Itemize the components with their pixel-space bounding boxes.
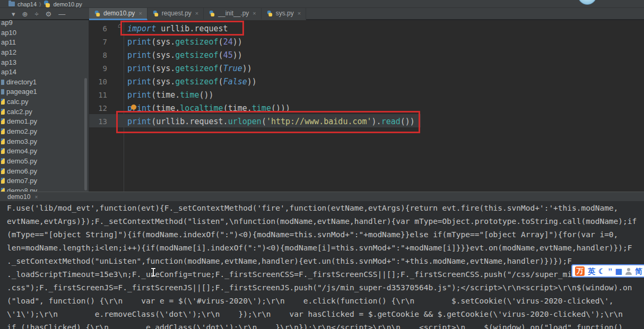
code-token: getsizeof (175, 64, 218, 73)
code-token: ( (219, 50, 223, 60)
console-output-line: evtName,evtArgs)});F._setContextMethod("… (7, 215, 644, 228)
console-tab-label: demo10 (7, 193, 30, 201)
text-cursor-pointer (151, 268, 155, 276)
breadcrumb-file[interactable]: demo10.py (53, 1, 82, 7)
code-line[interactable]: print(sys.getsizeof(24)) (127, 36, 242, 49)
editor-tab-request-py[interactable]: request.py× (147, 8, 204, 20)
code-token: )) (242, 64, 252, 73)
ime-keyboard-icon[interactable]: ▦ (615, 267, 622, 275)
python-file-icon (1, 99, 5, 105)
python-file-icon (1, 128, 5, 134)
tree-item-demo1-py[interactable]: demo1.py (0, 117, 89, 127)
code-line[interactable]: print(time.time()) (127, 89, 214, 102)
console-output-line: .css");F._firstScreenJS=F._firstScreenJS… (7, 281, 644, 295)
tree-item-calc2-py[interactable]: calc2.py (0, 107, 89, 117)
ime-halfwidth-moon-icon[interactable]: ☾ (598, 267, 605, 275)
tree-item-label: demo2.py (7, 127, 37, 135)
code-token: (sys. (151, 37, 175, 47)
project-tree-panel: ap9ap10ap11ap12ap13ap14directory1pageage… (0, 20, 89, 192)
python-file-icon (1, 158, 5, 164)
tree-item-demo8-py[interactable]: demo8.py (0, 186, 89, 192)
hide-panel-icon[interactable]: — (58, 11, 65, 18)
tree-item-label: ap11 (1, 38, 16, 46)
tree-item-ap13[interactable]: ap13 (0, 58, 89, 68)
code-token: ( (219, 64, 223, 73)
python-file-icon (1, 148, 5, 154)
ime-punctuation-icon[interactable]: ’’ (608, 267, 612, 275)
project-tree: ap9ap10ap11ap12ap13ap14directory1pageage… (0, 20, 89, 192)
close-tab-icon[interactable]: × (195, 10, 198, 16)
project-panel-toolbar: ▾⊕÷⚙— (0, 8, 89, 20)
settings-gear-icon[interactable]: ⚙ (46, 11, 52, 18)
tree-item-ap12[interactable]: ap12 (0, 48, 89, 58)
line-number: 10 (89, 75, 107, 89)
ime-english-mode-icon[interactable]: 英 (588, 267, 595, 275)
close-tab-icon[interactable]: × (253, 10, 256, 16)
editor-tab-bar: demo10.py×request.py×__init__.py×sys.py× (89, 8, 306, 20)
close-console-tab-icon[interactable]: × (34, 194, 38, 200)
tree-item-label: pageage1 (6, 88, 37, 96)
console-output-line: \'1\');\r\n e.removeClass(\'dot\');\r\n … (7, 308, 644, 321)
code-token: ( (219, 37, 223, 47)
tree-item-label: calc2.py (7, 108, 32, 116)
code-line[interactable]: print(sys.getsizeof(False)) (127, 75, 257, 89)
code-token: print (127, 50, 151, 60)
console-output[interactable]: F.use('lib/mod_evt',function(evt){F._set… (0, 201, 644, 329)
console-output-line: F.use('lib/mod_evt',function(evt){F._set… (7, 202, 644, 215)
chevron-right-icon: 〉 (39, 1, 41, 7)
dropdown-caret-icon[interactable]: ▾ (12, 11, 15, 18)
tree-item-label: demo5.py (7, 157, 37, 165)
tree-item-label: demo6.py (7, 167, 37, 175)
tree-item-ap14[interactable]: ap14 (0, 67, 89, 77)
tree-item-demo4-py[interactable]: demo4.py (0, 146, 89, 157)
editor-tab-sys-py[interactable]: sys.py× (262, 8, 306, 20)
line-number: 7 (89, 36, 107, 49)
tree-item-label: directory1 (6, 78, 37, 86)
code-token: )) (247, 77, 257, 86)
close-tab-icon[interactable]: × (138, 10, 142, 16)
ime-simplified-chinese-icon[interactable]: 简 (635, 267, 642, 275)
tree-item-demo5-py[interactable]: demo5.py (0, 157, 89, 167)
tree-item-demo7-py[interactable]: demo7.py (0, 176, 89, 186)
toolbar-row: ▾⊕÷⚙— demo10.py×request.py×__init__.py×s… (0, 8, 644, 20)
code-token: False (223, 77, 247, 86)
tree-item-directory1[interactable]: directory1 (0, 77, 89, 88)
close-tab-icon[interactable]: × (298, 10, 301, 16)
tree-item-label: demo7.py (7, 177, 37, 185)
title-bar: chap14 〉 demo10.py (0, 0, 644, 8)
code-token: time (180, 90, 199, 100)
tree-scrollbar[interactable] (84, 78, 87, 191)
tree-item-ap10[interactable]: ap10 (0, 28, 89, 38)
ime-user-icon[interactable] (625, 267, 632, 275)
python-file-icon (1, 178, 5, 184)
code-line[interactable]: print(sys.getsizeof(True)) (127, 62, 252, 75)
tree-item-demo3-py[interactable]: demo3.py (0, 137, 89, 147)
ime-logo-icon[interactable]: 万 (575, 266, 585, 276)
python-file-icon (267, 10, 273, 16)
tree-item-demo2-py[interactable]: demo2.py (0, 127, 89, 137)
code-token: ()) (199, 90, 213, 100)
breadcrumb-folder[interactable]: chap14 (18, 1, 37, 7)
gutter-separator (124, 20, 124, 192)
code-token: )) (233, 37, 242, 47)
annotation-box-urlopen-line (116, 111, 420, 133)
folder-icon (8, 2, 15, 6)
tree-item-pageage1[interactable]: pageage1 (0, 87, 89, 97)
code-token: getsizeof (175, 37, 218, 47)
code-line[interactable]: print(sys.getsizeof(45)) (127, 49, 242, 62)
console-output-line: ._setContextMethod("unListen",function(m… (7, 255, 644, 268)
console-tab-demo10[interactable]: demo10 × (4, 192, 41, 202)
tree-item-ap9[interactable]: ap9 (0, 20, 89, 28)
tree-item-calc-py[interactable]: calc.py (0, 97, 89, 107)
tree-item-label: ap12 (1, 48, 16, 56)
tree-item-ap11[interactable]: ap11 (0, 38, 89, 48)
code-token: getsizeof (175, 50, 218, 60)
tree-item-demo6-py[interactable]: demo6.py (0, 167, 89, 177)
editor-tab-demo10-py[interactable]: demo10.py× (89, 8, 147, 20)
collapse-all-icon[interactable]: ÷ (34, 11, 38, 18)
locate-file-icon[interactable]: ⊕ (22, 11, 28, 18)
editor-tab--init-py[interactable]: __init__.py× (204, 8, 261, 20)
code-editor[interactable]: ⌂ 6import urllib.request7print(sys.getsi… (89, 20, 644, 192)
line-number: 9 (89, 62, 107, 75)
python-file-icon (43, 1, 50, 7)
